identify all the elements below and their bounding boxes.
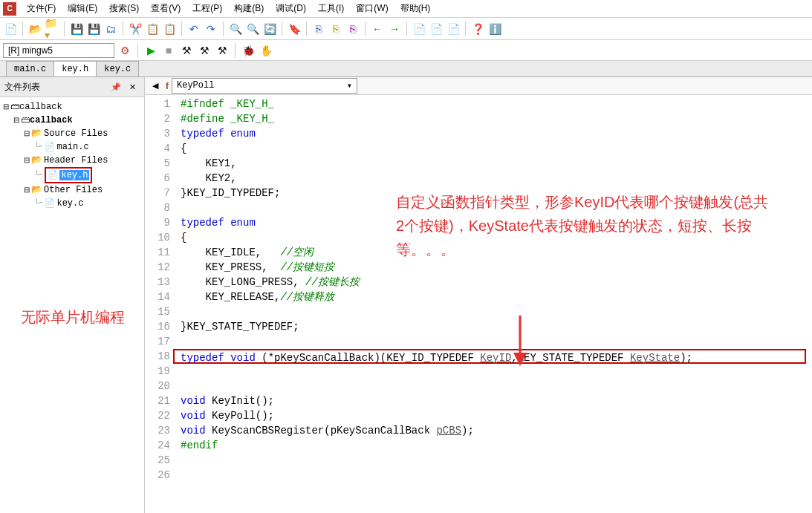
tree-project[interactable]: ⊟ 🗃 callback: [1, 114, 143, 127]
collapse-icon[interactable]: ⊟: [22, 127, 31, 140]
line-gutter: 12345678 910111213141516 171819202122232…: [145, 97, 175, 513]
collapse-icon[interactable]: ⊟: [22, 183, 31, 197]
file-icon: 📄: [45, 140, 55, 154]
main-area: 文件列表 📌 ✕ ⊟ 🗃 callback ⊟ 🗃 callback ⊟ 📂: [0, 77, 812, 513]
menu-debug[interactable]: 调试(D): [270, 1, 312, 16]
nav-back-icon[interactable]: ◀: [148, 79, 163, 94]
toolbar-main: 📄 📂 📁▾ 💾 💾 🗂 ✂️ 📋 📋 ↶ ↷ 🔍 🔍 🔄 🔖 ⎘ ⎘ ⎘ ← …: [0, 18, 812, 40]
project-icon: 🗃: [21, 114, 30, 127]
function-icon: f: [166, 81, 169, 91]
replace-icon[interactable]: 🔄: [262, 22, 277, 36]
editor-area: ◀ f KeyPoll ▾ 12345678 910111213141516 1…: [145, 77, 812, 513]
code-editor[interactable]: 12345678 910111213141516 171819202122232…: [145, 95, 812, 513]
undo-icon[interactable]: ↶: [186, 22, 201, 36]
toolbar-config: [R] mingw5 ⚙ ▶ ■ ⚒ ⚒ ⚒ 🐞 ✋: [0, 40, 812, 61]
tree-file-main-c[interactable]: └╴ 📄 main.c: [1, 140, 143, 154]
compile-icon[interactable]: ⚒: [179, 43, 194, 58]
tab-key-h[interactable]: key.h: [53, 61, 97, 76]
redo-icon[interactable]: ↷: [204, 22, 218, 36]
tool-a-icon[interactable]: 📄: [412, 22, 426, 36]
code-lines[interactable]: #ifndef _KEY_H_ #define _KEY_H_ typedef …: [175, 97, 812, 513]
menu-project[interactable]: 工程(P): [186, 1, 228, 16]
collapse-icon[interactable]: ⊟: [22, 154, 31, 167]
debug-icon[interactable]: 🐞: [241, 43, 256, 58]
open-dropdown-icon[interactable]: 📁▾: [45, 22, 59, 36]
menubar: C 文件(F) 编辑(E) 搜索(S) 查看(V) 工程(P) 构建(B) 调试…: [0, 0, 812, 18]
paste-icon[interactable]: 📋: [162, 22, 177, 36]
sidebar-title: 文件列表: [4, 81, 40, 94]
menu-window[interactable]: 窗口(W): [350, 1, 394, 16]
menu-view[interactable]: 查看(V): [145, 1, 186, 16]
tab-key-c[interactable]: key.c: [96, 61, 139, 76]
find-files-icon[interactable]: 🔍: [245, 22, 260, 36]
debug-stop-icon[interactable]: ✋: [259, 43, 273, 58]
back-icon[interactable]: ←: [370, 22, 385, 36]
highlighted-line: typedef void (*pKeyScanCallBack)(KEY_ID_…: [173, 349, 806, 364]
tab-main-c[interactable]: main.c: [6, 61, 54, 76]
app-icon: C: [3, 2, 16, 16]
forward-icon[interactable]: →: [387, 22, 402, 36]
tree-other-folder[interactable]: ⊟ 📂 Other Files: [1, 183, 143, 197]
rebuild-icon[interactable]: ⚒: [215, 43, 230, 58]
symbol-bar: ◀ f KeyPoll ▾: [145, 77, 812, 95]
sidebar: 文件列表 📌 ✕ ⊟ 🗃 callback ⊟ 🗃 callback ⊟ 📂: [0, 77, 145, 513]
file-tabs: main.c key.h key.c: [0, 61, 812, 77]
chevron-down-icon: ▾: [347, 80, 352, 91]
close-panel-icon[interactable]: ✕: [125, 79, 140, 94]
about-icon[interactable]: ℹ️: [487, 22, 502, 36]
file-icon: 📄: [48, 171, 58, 180]
tree-source-folder[interactable]: ⊟ 📂 Source Files: [1, 127, 143, 140]
save-multi-icon[interactable]: 🗂: [103, 22, 118, 36]
goto-icon[interactable]: ⎘: [311, 22, 326, 36]
goto-decl-icon[interactable]: ⎘: [345, 22, 360, 36]
save-icon[interactable]: 💾: [69, 22, 84, 36]
menu-build[interactable]: 构建(B): [228, 1, 270, 16]
menu-file[interactable]: 文件(F): [21, 1, 62, 16]
menu-help[interactable]: 帮助(H): [394, 1, 437, 16]
tree-file-key-c[interactable]: └╴ 📄 key.c: [1, 197, 143, 210]
folder-icon: 📂: [31, 127, 42, 140]
tool-c-icon[interactable]: 📄: [446, 22, 461, 36]
symbol-dropdown[interactable]: KeyPoll ▾: [172, 78, 357, 94]
bookmark-icon[interactable]: 🔖: [287, 22, 302, 36]
project-tree: ⊟ 🗃 callback ⊟ 🗃 callback ⊟ 📂 Source Fil…: [0, 97, 144, 213]
sidebar-header: 文件列表 📌 ✕: [0, 77, 144, 97]
collapse-icon[interactable]: ⊟: [12, 114, 21, 127]
tree-file-key-h[interactable]: └╴ 📄key.h: [1, 167, 143, 183]
find-icon[interactable]: 🔍: [228, 22, 243, 36]
config-select[interactable]: [R] mingw5: [3, 43, 114, 58]
new-file-icon[interactable]: 📄: [3, 22, 18, 36]
tree-header-folder[interactable]: ⊟ 📂 Header Files: [1, 154, 143, 167]
run-icon[interactable]: ▶: [143, 43, 158, 58]
workspace-icon: 🗃: [10, 100, 19, 114]
menu-edit[interactable]: 编辑(E): [62, 1, 103, 16]
menu-tools[interactable]: 工具(I): [312, 1, 350, 16]
stop-icon[interactable]: ■: [161, 43, 176, 58]
build-icon[interactable]: ⚒: [197, 43, 212, 58]
cut-icon[interactable]: ✂️: [128, 22, 143, 36]
tool-b-icon[interactable]: 📄: [429, 22, 444, 36]
folder-icon: 📂: [31, 183, 42, 197]
menu-search[interactable]: 搜索(S): [103, 1, 145, 16]
file-icon: 📄: [45, 197, 55, 210]
pin-icon[interactable]: 📌: [108, 79, 123, 94]
help-icon[interactable]: ❓: [470, 22, 485, 36]
copy-icon[interactable]: 📋: [145, 22, 160, 36]
open-icon[interactable]: 📂: [27, 22, 42, 36]
config-icon[interactable]: ⚙: [117, 43, 132, 58]
tree-root[interactable]: ⊟ 🗃 callback: [1, 100, 143, 114]
collapse-icon[interactable]: ⊟: [1, 100, 10, 114]
folder-icon: 📂: [31, 154, 42, 167]
save-all-icon[interactable]: 💾: [86, 22, 101, 36]
goto-def-icon[interactable]: ⎘: [328, 22, 343, 36]
